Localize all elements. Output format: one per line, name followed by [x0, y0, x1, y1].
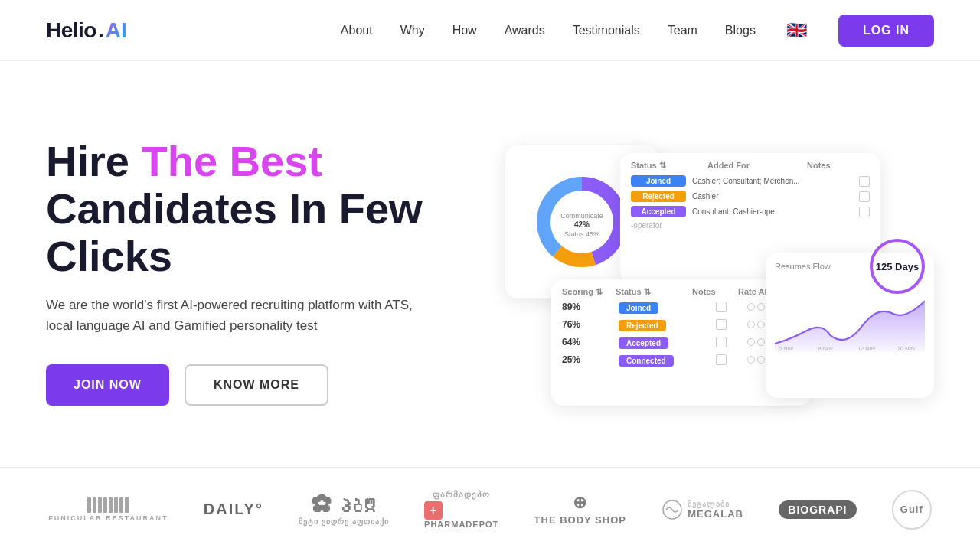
brand-gulf: Gulf	[892, 490, 932, 530]
logo-dot: .	[98, 18, 104, 43]
nav-why[interactable]: Why	[400, 24, 425, 37]
daily-label: DAILY°	[204, 500, 263, 518]
scoring-checkbox-4[interactable]	[716, 354, 727, 365]
join-now-button[interactable]: JOIN NOW	[46, 364, 169, 406]
hero-title-highlight: The Best	[142, 137, 323, 185]
nav-how[interactable]: How	[452, 24, 477, 37]
bodyshop-label: THE BODY SHOP	[534, 514, 626, 526]
table-row: Rejected Cashier	[631, 191, 870, 202]
logo-helio: Helio	[46, 18, 96, 43]
donut-chart-svg: Communicate 42% Status 45%	[532, 172, 632, 272]
score-notes-2	[698, 319, 744, 330]
nav-blogs[interactable]: Blogs	[725, 24, 756, 37]
scoring-checkbox-3[interactable]	[716, 337, 727, 347]
pillar	[125, 497, 129, 513]
hero-copy: Hire The Best Candidates In FewClicks We…	[46, 138, 423, 405]
score-status-4: Connected	[619, 353, 695, 367]
checkbox-1[interactable]	[859, 176, 870, 187]
brand-biograpi: BIOGRAPI	[779, 500, 856, 519]
brand-funicular: FUNICULAR RESTAURANT	[48, 497, 168, 522]
score-status-1: Joined	[619, 300, 695, 314]
score-pct-2: 76%	[562, 319, 616, 330]
svg-text:20 Nov: 20 Nov	[897, 345, 915, 352]
table-operator: -operator	[631, 221, 662, 230]
score-notes-1	[698, 302, 744, 312]
checkbox-3[interactable]	[859, 207, 870, 217]
rate-dot	[747, 338, 755, 346]
nav-testimonials[interactable]: Testimonials	[573, 24, 640, 37]
funicular-pillars	[87, 497, 129, 513]
know-more-button[interactable]: KNOW MORE	[185, 364, 328, 406]
svg-text:Status 45%: Status 45%	[564, 230, 599, 238]
gulf-label: Gulf	[892, 490, 932, 530]
scoring-checkbox-2[interactable]	[716, 319, 727, 330]
megalab-geo: მეგალაბი	[688, 500, 743, 508]
megalab-icon	[662, 499, 683, 520]
table-note-3: Consultant; Cashier-ope	[692, 207, 853, 216]
rate-dot	[747, 321, 755, 328]
rate-dot	[757, 356, 765, 364]
svg-text:Communicate: Communicate	[560, 212, 603, 220]
pharma-label: PHARMADEPOT	[424, 520, 498, 529]
score-status-3: Accepted	[619, 335, 695, 349]
hero-section: Hire The Best Candidates In FewClicks We…	[0, 61, 980, 467]
logo[interactable]: Helio . AI	[46, 18, 127, 43]
table-row: -operator	[631, 221, 870, 230]
score-pct-3: 64%	[562, 337, 616, 347]
status-badge-joined: Joined	[631, 175, 686, 187]
nav-awards[interactable]: Awards	[505, 24, 545, 37]
pillar	[93, 497, 96, 513]
funicular-label: FUNICULAR RESTAURANT	[48, 514, 168, 522]
pillar	[109, 497, 113, 513]
brand-pharmadepot: ფარმადეპო + PHARMADEPOT	[424, 490, 498, 529]
main-nav: About Why How Awards Testimonials Team B…	[341, 15, 934, 47]
pillar	[98, 497, 102, 513]
svg-text:42%: 42%	[574, 220, 590, 229]
biograpi-label: BIOGRAPI	[779, 500, 856, 519]
scoring-checkbox-1[interactable]	[716, 302, 727, 312]
svg-text:5 Nov: 5 Nov	[779, 345, 793, 352]
checkbox-2[interactable]	[859, 191, 870, 202]
col-notes: Notes	[807, 161, 870, 171]
score-pct-1: 89%	[562, 302, 616, 312]
logo-ai: AI	[106, 18, 127, 43]
graph-card: 125 Days Resumes Flow 5 Nov 8 N	[766, 253, 934, 398]
table-row: Joined Cashier; Consultant; Merchen...	[631, 175, 870, 187]
table-row: Accepted Consultant; Cashier-ope	[631, 206, 870, 217]
rate-dot	[757, 303, 765, 311]
language-flag-button[interactable]: 🇬🇧	[783, 21, 811, 40]
scoring-badge-rejected: Rejected	[619, 320, 666, 331]
col-status: Status ⇅	[631, 161, 707, 171]
status-badge-accepted: Accepted	[631, 206, 686, 217]
brand-megalab: მეგალაბი MEGALAB	[662, 499, 743, 520]
table-note-2: Cashier	[692, 192, 853, 201]
brand-daily: DAILY°	[204, 500, 263, 518]
pillar	[103, 497, 107, 513]
xbl-logo: ✿ ᲞᲑᲚ	[299, 494, 389, 517]
score-pct-4: 25%	[562, 354, 616, 365]
brand-xbl: ✿ ᲞᲑᲚ მეტი ვიდრე აფთიაქი	[299, 494, 389, 526]
score-status-2: Rejected	[619, 318, 695, 331]
rate-dot	[757, 321, 765, 328]
bodyshop-icon: ⊕	[534, 493, 626, 513]
brand-bodyshop: ⊕ THE BODY SHOP	[534, 493, 626, 526]
hero-title-plain: Hire	[46, 137, 142, 185]
hero-title-rest: Candidates In FewClicks	[46, 184, 423, 280]
login-button[interactable]: LOG IN	[838, 15, 934, 47]
hero-buttons: JOIN NOW KNOW MORE	[46, 364, 423, 406]
nav-about[interactable]: About	[341, 24, 373, 37]
brand-logos-strip: FUNICULAR RESTAURANT DAILY° ✿ ᲞᲑᲚ მეტი ვ…	[0, 467, 980, 551]
scoring-badge-connected: Connected	[619, 355, 674, 367]
score-notes-3	[698, 337, 744, 347]
graph-svg: 5 Nov 8 Nov 12 Nov 20 Nov	[775, 276, 925, 352]
table-headers: Status ⇅ Added For Notes	[631, 161, 870, 171]
pharma-geo: ფარმადეპო	[424, 490, 498, 500]
scoring-badge-accepted: Accepted	[619, 337, 668, 349]
svg-text:8 Nov: 8 Nov	[818, 345, 833, 352]
col-score-status: Status ⇅	[616, 287, 692, 297]
rate-dot	[747, 303, 755, 311]
rate-dot	[747, 356, 755, 364]
pillar	[114, 497, 118, 513]
nav-team[interactable]: Team	[668, 24, 697, 37]
table-note-1: Cashier; Consultant; Merchen...	[692, 177, 853, 185]
